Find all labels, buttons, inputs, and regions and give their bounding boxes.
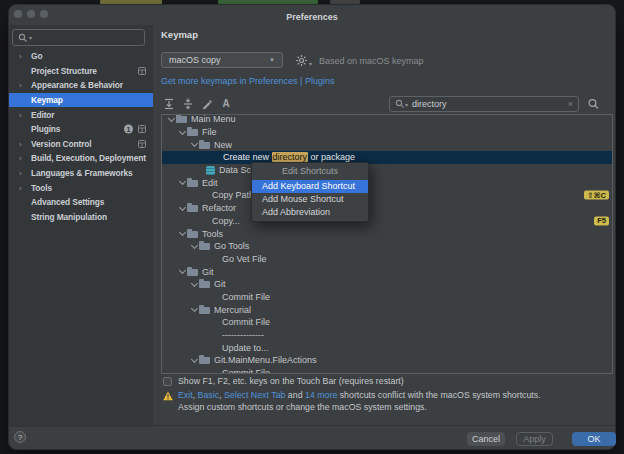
shortcut-search-input[interactable]: ▾ directory × bbox=[389, 96, 579, 112]
sidebar-item-build-execution-deployment[interactable]: ›Build, Execution, Deployment bbox=[9, 151, 153, 166]
menu-item-add-keyboard-shortcut[interactable]: Add Keyboard Shortcut bbox=[252, 180, 368, 193]
tree-row-separator[interactable]: -------------- bbox=[162, 329, 612, 342]
chevron-down-icon[interactable] bbox=[190, 356, 199, 365]
gear-icon[interactable]: ▾ bbox=[295, 54, 312, 67]
tree-row-new[interactable]: New bbox=[162, 138, 612, 151]
chevron-down-icon[interactable] bbox=[190, 305, 199, 314]
chevron-right-icon: › bbox=[19, 154, 22, 163]
sidebar-item-appearance-behavior[interactable]: ›Appearance & Behavior bbox=[9, 78, 153, 93]
sidebar-item-advanced-settings[interactable]: Advanced Settings bbox=[9, 195, 153, 210]
chevron-down-icon[interactable] bbox=[190, 242, 199, 251]
tree-row-tools[interactable]: Tools bbox=[162, 227, 612, 240]
search-match-highlight: directory bbox=[272, 152, 309, 162]
menu-item-add-abbreviation[interactable]: Add Abbreviation bbox=[252, 206, 368, 219]
sidebar-item-editor[interactable]: ›Editor bbox=[9, 107, 153, 122]
chevron-down-icon[interactable] bbox=[178, 128, 187, 137]
sidebar-item-project-structure[interactable]: Project Structure bbox=[9, 64, 153, 79]
folder-icon bbox=[199, 241, 211, 251]
tree-row-file[interactable]: File bbox=[162, 126, 612, 139]
sidebar-item-version-control[interactable]: ›Version Control bbox=[9, 137, 153, 152]
search-icon: ▾ bbox=[395, 99, 408, 109]
tree-row-update-to[interactable]: Update to... bbox=[162, 341, 612, 354]
help-button[interactable]: ? bbox=[14, 431, 26, 443]
window-title: Preferences bbox=[9, 12, 615, 22]
conflict-link-more[interactable]: 14 more bbox=[305, 390, 337, 400]
expand-all-icon[interactable] bbox=[163, 98, 175, 110]
tree-row-go-vet-file[interactable]: Go Vet File bbox=[162, 253, 612, 266]
clear-search-icon[interactable]: × bbox=[568, 99, 573, 109]
titlebar: Preferences bbox=[9, 5, 615, 27]
collapse-all-icon[interactable] bbox=[182, 98, 194, 110]
tree-toolbar: A bbox=[163, 97, 232, 111]
edit-shortcuts-context-menu: Edit Shortcuts Add Keyboard Shortcut Add… bbox=[251, 162, 369, 222]
settings-search-input[interactable]: ▾ bbox=[12, 29, 145, 46]
folder-icon bbox=[199, 279, 211, 289]
tree-row-mercurial[interactable]: Mercurial bbox=[162, 303, 612, 316]
chevron-right-icon: › bbox=[19, 169, 22, 178]
page-title: Keymap bbox=[161, 29, 198, 40]
chevron-right-icon: › bbox=[19, 183, 22, 192]
chevron-right-icon: › bbox=[19, 139, 22, 148]
tree-row-commit-file[interactable]: Commit File bbox=[162, 316, 612, 329]
cancel-button[interactable]: Cancel bbox=[467, 432, 505, 446]
sidebar-item-go[interactable]: ›Go bbox=[9, 49, 153, 64]
folder-icon bbox=[199, 140, 211, 150]
shortcut-conflict-badge: ⇧⌘C bbox=[584, 191, 609, 200]
tree-row-refactor[interactable]: Refactor bbox=[162, 202, 612, 215]
sidebar-item-string-manipulation[interactable]: String Manipulation bbox=[9, 210, 153, 225]
chevron-down-icon[interactable] bbox=[178, 204, 187, 213]
conflict-link-basic[interactable]: Basic bbox=[198, 390, 220, 400]
tree-row-edit[interactable]: Edit bbox=[162, 176, 612, 189]
plugins-update-badge: 1 bbox=[124, 125, 133, 134]
chevron-down-icon[interactable] bbox=[178, 267, 187, 276]
tree-row-copy-path[interactable]: Copy Path...⇧⌘C bbox=[162, 189, 612, 202]
tree-row-commit-file[interactable]: Commit File bbox=[162, 367, 612, 374]
edit-shortcut-icon[interactable] bbox=[201, 98, 213, 110]
folder-icon bbox=[187, 178, 199, 188]
chevron-down-icon[interactable] bbox=[190, 140, 199, 149]
chevron-down-icon[interactable] bbox=[178, 178, 187, 187]
tree-row-copy[interactable]: Copy...F5 bbox=[162, 215, 612, 228]
settings-sidebar: ▾ ›Go Project Structure ›Appearance & Be… bbox=[9, 25, 153, 427]
tree-row-create-new-directory[interactable]: Create new directory or package bbox=[162, 151, 612, 164]
chevron-down-icon: ▼ bbox=[269, 57, 275, 63]
chevron-down-icon[interactable] bbox=[167, 115, 176, 124]
shortcut-conflict-badge: F5 bbox=[594, 216, 609, 225]
menu-item-add-mouse-shortcut[interactable]: Add Mouse Shortcut bbox=[252, 193, 368, 206]
sidebar-item-plugins[interactable]: Plugins1 bbox=[9, 122, 153, 137]
apply-button[interactable]: Apply bbox=[516, 432, 553, 446]
ide-settings-icon bbox=[138, 67, 146, 75]
folder-icon bbox=[187, 127, 199, 137]
chevron-right-icon: › bbox=[19, 110, 22, 119]
sidebar-item-languages-frameworks[interactable]: ›Languages & Frameworks bbox=[9, 166, 153, 181]
tree-row-git-mainmenu-fileactions[interactable]: Git.MainMenu.FileActions bbox=[162, 354, 612, 367]
dialog-footer: ? Cancel Apply OK bbox=[9, 425, 615, 449]
conflict-link-exit[interactable]: Exit bbox=[178, 390, 193, 400]
chevron-down-icon[interactable] bbox=[190, 280, 199, 289]
tree-row-git-inner[interactable]: Git bbox=[162, 278, 612, 291]
search-icon bbox=[18, 33, 28, 43]
chevron-down-icon: ▾ bbox=[309, 60, 312, 67]
tree-row-main-menu[interactable]: Main Menu bbox=[162, 114, 612, 126]
sidebar-item-tools[interactable]: ›Tools bbox=[9, 180, 153, 195]
find-actions-by-shortcut-icon[interactable] bbox=[587, 98, 600, 111]
tree-row-commit-file[interactable]: Commit File bbox=[162, 291, 612, 304]
conflict-warning-line2: Assign custom shortcuts or change the ma… bbox=[178, 402, 427, 412]
keymap-select[interactable]: macOS copy▼ bbox=[161, 52, 283, 68]
conflict-link-select-next-tab[interactable]: Select Next Tab bbox=[224, 390, 285, 400]
tree-row-data-source[interactable]: Data Sc bbox=[162, 164, 612, 177]
get-more-keymaps-link[interactable]: Get more keymaps in Preferences | Plugin… bbox=[161, 76, 334, 86]
folder-icon bbox=[199, 305, 211, 315]
chevron-down-icon[interactable] bbox=[178, 229, 187, 238]
ide-settings-icon bbox=[138, 140, 146, 148]
abbreviation-filter-icon[interactable]: A bbox=[220, 98, 232, 110]
warning-icon bbox=[163, 391, 173, 401]
tree-row-git[interactable]: Git bbox=[162, 265, 612, 278]
chevron-right-icon: › bbox=[19, 81, 22, 90]
sidebar-item-keymap[interactable]: Keymap bbox=[9, 93, 153, 108]
folder-icon bbox=[199, 355, 211, 365]
tree-row-go-tools[interactable]: Go Tools bbox=[162, 240, 612, 253]
keymap-settings-panel: Keymap macOS copy▼ ▾ Based on macOS keym… bbox=[153, 25, 615, 425]
touchbar-checkbox[interactable] bbox=[163, 377, 172, 386]
ok-button[interactable]: OK bbox=[572, 432, 616, 446]
